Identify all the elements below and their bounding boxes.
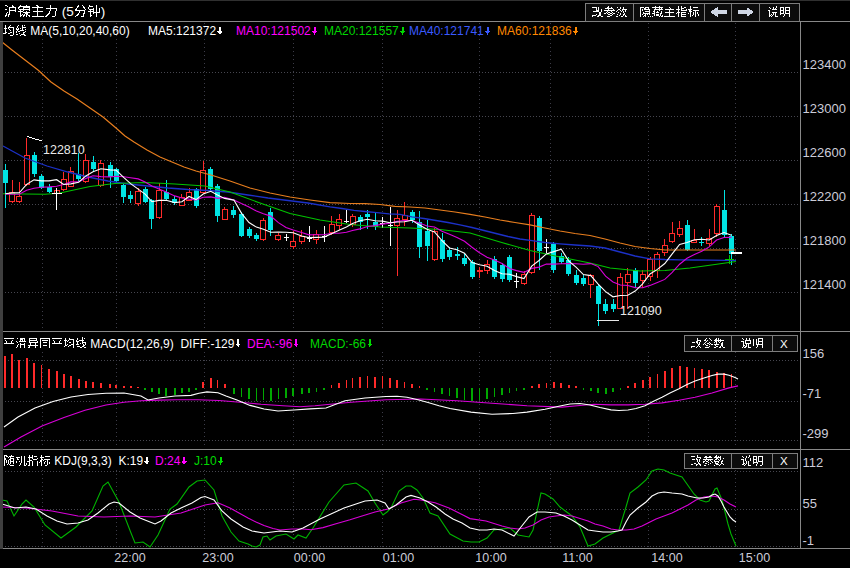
svg-text:121400: 121400 xyxy=(803,277,846,292)
svg-text:123000: 123000 xyxy=(803,101,846,116)
svg-text:15:00: 15:00 xyxy=(739,551,770,565)
svg-text:11:00: 11:00 xyxy=(562,551,592,565)
svg-text:156: 156 xyxy=(803,346,825,361)
svg-text:MACD:-66: MACD:-66 xyxy=(310,337,366,351)
svg-text:X: X xyxy=(780,455,788,467)
svg-text:-299: -299 xyxy=(803,426,829,441)
svg-text:MA5:121372: MA5:121372 xyxy=(148,24,216,38)
svg-text:X: X xyxy=(780,338,788,350)
svg-text:(5: (5 xyxy=(62,4,74,19)
svg-text:MA10:121502: MA10:121502 xyxy=(236,24,311,38)
svg-text:KDJ(9,3,3): KDJ(9,3,3) xyxy=(54,454,111,468)
svg-text:MA20:121557: MA20:121557 xyxy=(324,24,399,38)
svg-text:MA60:121836: MA60:121836 xyxy=(497,24,572,38)
svg-text:): ) xyxy=(101,4,106,19)
svg-text:14:00: 14:00 xyxy=(651,551,682,565)
svg-text:122200: 122200 xyxy=(803,189,846,204)
svg-text:55: 55 xyxy=(803,496,817,511)
svg-text:MA(5,10,20,40,60): MA(5,10,20,40,60) xyxy=(30,24,129,38)
svg-text:121090: 121090 xyxy=(620,304,662,318)
svg-text:01:00: 01:00 xyxy=(383,551,414,565)
svg-text:112: 112 xyxy=(803,455,824,470)
svg-text:23:00: 23:00 xyxy=(202,551,233,565)
svg-text:-1: -1 xyxy=(803,533,815,548)
svg-text:122810: 122810 xyxy=(43,143,85,157)
svg-text:DIFF:-129: DIFF:-129 xyxy=(180,337,234,351)
svg-text:122600: 122600 xyxy=(803,145,846,160)
svg-text:DEA:-96: DEA:-96 xyxy=(247,337,293,351)
svg-text:123400: 123400 xyxy=(803,57,846,72)
svg-text:121800: 121800 xyxy=(803,233,846,248)
svg-text:K:19: K:19 xyxy=(118,454,143,468)
svg-text:22:00: 22:00 xyxy=(114,551,145,565)
svg-text:MACD(12,26,9): MACD(12,26,9) xyxy=(90,337,173,351)
svg-text:10:00: 10:00 xyxy=(475,551,506,565)
svg-text:D:24: D:24 xyxy=(155,454,181,468)
svg-text:J:10: J:10 xyxy=(194,454,217,468)
svg-text:-71: -71 xyxy=(803,386,822,401)
svg-text:MA40:121741: MA40:121741 xyxy=(409,24,484,38)
svg-text:00:00: 00:00 xyxy=(294,551,325,565)
